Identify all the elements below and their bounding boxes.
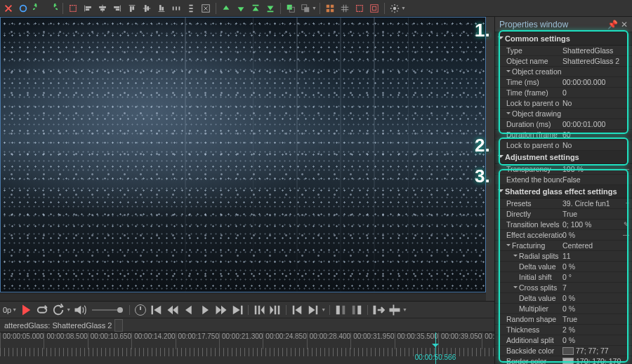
properties-header: Properties window 📌 ✕ — [495, 17, 632, 32]
timeline[interactable]: 00:00:05.00000:00:08.50000:00:10.65000:0… — [0, 332, 494, 364]
prop-row[interactable]: Initial shift0 ° — [495, 272, 632, 283]
prop-row[interactable]: Cross splits7 — [495, 283, 632, 293]
marker-next-icon[interactable] — [268, 304, 282, 316]
prop-row[interactable]: Time (ms)00:00:00.000 — [495, 77, 632, 88]
tool-b-icon[interactable] — [388, 304, 402, 316]
fit-icon[interactable] — [199, 2, 213, 15]
to-front-icon[interactable] — [284, 2, 298, 15]
prop-row[interactable]: Lock to parent oNo — [495, 140, 632, 151]
next-frame-icon[interactable] — [214, 304, 228, 316]
arrow-up-icon[interactable] — [219, 2, 233, 15]
prop-row[interactable]: Random shapeTrue — [495, 314, 632, 325]
toolbar-btn-1[interactable] — [1, 2, 15, 15]
to-back-icon[interactable] — [298, 2, 312, 15]
align-vcenter-icon[interactable] — [140, 2, 154, 15]
align-hcenter-icon[interactable] — [96, 2, 110, 15]
pin-icon[interactable]: 📌 — [607, 20, 618, 29]
align-bottom-icon[interactable] — [154, 2, 169, 15]
clock-icon[interactable] — [133, 304, 147, 316]
prop-row[interactable]: Time (frame)0 — [495, 88, 632, 98]
prop-row[interactable]: Backside color77; 77; 77 — [495, 346, 632, 356]
cut-a-icon[interactable] — [334, 304, 348, 316]
prop-row[interactable]: DirectlyTrue — [495, 209, 632, 220]
step-back-icon[interactable] — [182, 304, 196, 316]
arrow-down-icon[interactable] — [234, 2, 248, 15]
prop-row[interactable]: TypeShatteredGlass — [495, 46, 632, 56]
arrow-down-bar-icon[interactable] — [263, 2, 277, 15]
step-fwd-icon[interactable] — [198, 304, 212, 316]
svg-rect-49 — [278, 305, 280, 314]
quality-label[interactable]: 0p — [3, 306, 11, 314]
tool-a-icon[interactable] — [371, 304, 386, 316]
loop-b-icon[interactable] — [51, 304, 65, 316]
crop-icon[interactable] — [353, 2, 367, 15]
align-left-icon[interactable] — [81, 2, 95, 15]
safe-area-icon[interactable] — [367, 2, 381, 15]
prop-row[interactable]: Duration (frame60 — [495, 130, 632, 140]
prev-frame-icon[interactable] — [166, 304, 180, 316]
close-icon[interactable]: ✕ — [621, 20, 628, 29]
prop-row[interactable]: Thickness2 % — [495, 325, 632, 335]
prop-row[interactable]: Object creation time — [495, 67, 632, 77]
prop-row[interactable]: Delta value0 % — [495, 293, 632, 304]
align-right-icon[interactable] — [110, 2, 124, 15]
prop-row[interactable]: Object drawing duration — [495, 109, 632, 119]
grid-a-icon[interactable] — [323, 2, 337, 15]
section-header[interactable]: Common settings — [495, 32, 632, 46]
preview-canvas[interactable] — [0, 17, 486, 292]
undo-icon[interactable] — [31, 2, 45, 15]
prop-row[interactable]: Object nameShatteredGlass 2 — [495, 56, 632, 67]
volume-icon[interactable] — [73, 304, 87, 316]
volume-slider[interactable] — [92, 309, 123, 311]
settings-dropdown-icon[interactable]: ▼ — [401, 6, 406, 11]
go-end-icon[interactable] — [230, 304, 244, 316]
loop-dropdown-icon[interactable]: ▼ — [66, 307, 71, 312]
svg-rect-27 — [189, 11, 192, 12]
svg-rect-15 — [133, 6, 134, 9]
toolbar-btn-2[interactable] — [16, 2, 30, 15]
settings-icon[interactable] — [388, 2, 402, 15]
prop-row[interactable]: Additional split0 % — [495, 335, 632, 346]
prop-row[interactable]: Lock to parent oNo — [495, 98, 632, 109]
marker-dropdown-icon[interactable]: ▼ — [321, 307, 326, 312]
prop-row[interactable]: Multiplier0 % — [495, 304, 632, 314]
go-start-icon[interactable] — [150, 304, 164, 316]
layer-order-dropdown-icon[interactable]: ▼ — [312, 6, 317, 11]
svg-rect-36 — [331, 4, 334, 7]
in-point-icon[interactable] — [290, 304, 304, 316]
svg-rect-12 — [116, 8, 119, 10]
prop-row[interactable]: Radial splits11 — [495, 251, 632, 262]
out-point-icon[interactable] — [306, 304, 320, 316]
cut-b-icon[interactable] — [350, 304, 364, 316]
dist-h-icon[interactable] — [169, 2, 183, 15]
prop-row[interactable]: Duration (ms)00:00:01.000 — [495, 119, 632, 130]
layer-caret-icon[interactable] — [114, 319, 123, 332]
prop-row[interactable]: Presets39. Circle fun1 + — [495, 198, 632, 209]
prop-row[interactable]: Effect acceleration0 % — — [495, 230, 632, 241]
arrow-up-bar-icon[interactable] — [249, 2, 263, 15]
prop-row[interactable]: Delta value0 % — [495, 262, 632, 272]
select-box-icon[interactable] — [66, 2, 80, 15]
loop-a-icon[interactable] — [35, 304, 49, 316]
grid-b-icon[interactable] — [338, 2, 352, 15]
svg-rect-8 — [100, 6, 106, 8]
svg-rect-58 — [393, 304, 395, 315]
prop-row[interactable]: Transparency100 % — — [495, 164, 632, 175]
prop-row[interactable]: Border color170; 170; 170 — [495, 356, 632, 364]
prop-row[interactable]: FracturingCentered — [495, 241, 632, 251]
play-button[interactable] — [19, 304, 33, 316]
section-header[interactable]: Shattered glass effect settings — [495, 185, 632, 198]
dist-v-icon[interactable] — [184, 2, 198, 15]
redo-icon[interactable] — [46, 2, 60, 15]
quality-dropdown-icon[interactable]: ▼ — [12, 307, 17, 312]
layer-label-row[interactable]: atteredGlass: ShatteredGlass 2 — [0, 318, 494, 332]
section-header[interactable]: Adjustment settings — [495, 151, 632, 164]
marker-prev-icon[interactable] — [252, 304, 266, 316]
preview-scrollbar[interactable] — [0, 292, 486, 301]
align-top-icon[interactable] — [125, 2, 139, 15]
prop-row[interactable]: Extend the boundFalse — [495, 175, 632, 185]
layer-label: atteredGlass: ShatteredGlass 2 — [4, 321, 112, 330]
tool-dropdown-icon[interactable]: ▼ — [402, 307, 407, 312]
prop-row[interactable]: Transition levels0; 100 % ✎ — [495, 220, 632, 230]
svg-rect-45 — [241, 305, 243, 314]
